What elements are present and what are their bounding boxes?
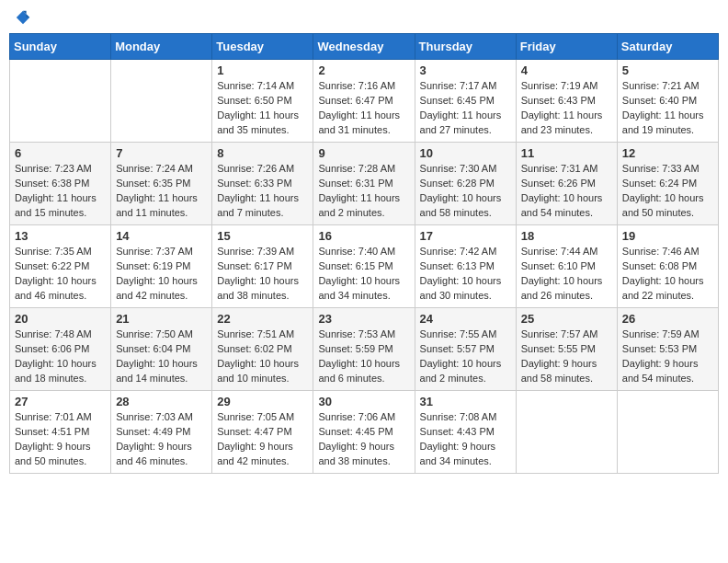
- calendar-cell: 2Sunrise: 7:16 AM Sunset: 6:47 PM Daylig…: [313, 60, 415, 143]
- day-number: 9: [318, 146, 409, 160]
- day-number: 24: [420, 312, 511, 326]
- day-number: 6: [15, 146, 106, 160]
- day-detail: Sunrise: 7:48 AM Sunset: 6:06 PM Dayligh…: [15, 327, 106, 386]
- day-number: 12: [622, 146, 713, 160]
- calendar-cell: 11Sunrise: 7:31 AM Sunset: 6:26 PM Dayli…: [516, 143, 617, 225]
- day-detail: Sunrise: 7:50 AM Sunset: 6:04 PM Dayligh…: [116, 327, 207, 386]
- day-detail: Sunrise: 7:46 AM Sunset: 6:08 PM Dayligh…: [622, 245, 713, 304]
- day-detail: Sunrise: 7:53 AM Sunset: 5:59 PM Dayligh…: [318, 327, 409, 386]
- page-header: [9, 9, 719, 26]
- day-number: 16: [318, 229, 409, 243]
- calendar-cell: 25Sunrise: 7:57 AM Sunset: 5:55 PM Dayli…: [516, 308, 617, 391]
- day-number: 31: [420, 395, 511, 408]
- day-number: 1: [217, 63, 308, 77]
- week-row: 6Sunrise: 7:23 AM Sunset: 6:38 PM Daylig…: [10, 143, 719, 225]
- day-number: 15: [217, 229, 308, 243]
- day-detail: Sunrise: 7:31 AM Sunset: 6:26 PM Dayligh…: [521, 162, 612, 221]
- day-detail: Sunrise: 7:40 AM Sunset: 6:15 PM Dayligh…: [318, 245, 409, 304]
- day-detail: Sunrise: 7:19 AM Sunset: 6:43 PM Dayligh…: [521, 79, 612, 138]
- day-detail: Sunrise: 7:57 AM Sunset: 5:55 PM Dayligh…: [521, 327, 612, 386]
- calendar-cell: 16Sunrise: 7:40 AM Sunset: 6:15 PM Dayli…: [313, 225, 415, 308]
- calendar-cell: 17Sunrise: 7:42 AM Sunset: 6:13 PM Dayli…: [415, 225, 516, 308]
- week-row: 1Sunrise: 7:14 AM Sunset: 6:50 PM Daylig…: [10, 60, 719, 143]
- day-detail: Sunrise: 7:24 AM Sunset: 6:35 PM Dayligh…: [116, 162, 207, 221]
- column-header-saturday: Saturday: [617, 34, 718, 60]
- calendar-cell: 20Sunrise: 7:48 AM Sunset: 6:06 PM Dayli…: [10, 308, 111, 391]
- day-detail: Sunrise: 7:21 AM Sunset: 6:40 PM Dayligh…: [622, 79, 713, 138]
- week-row: 20Sunrise: 7:48 AM Sunset: 6:06 PM Dayli…: [10, 308, 719, 391]
- day-detail: Sunrise: 7:55 AM Sunset: 5:57 PM Dayligh…: [420, 327, 511, 386]
- week-row: 13Sunrise: 7:35 AM Sunset: 6:22 PM Dayli…: [10, 225, 719, 308]
- calendar-table: SundayMondayTuesdayWednesdayThursdayFrid…: [9, 33, 719, 474]
- calendar-cell: 30Sunrise: 7:06 AM Sunset: 4:45 PM Dayli…: [313, 391, 415, 474]
- calendar-cell: [111, 60, 212, 143]
- day-number: 2: [318, 63, 409, 77]
- calendar-cell: [516, 391, 617, 474]
- calendar-cell: 23Sunrise: 7:53 AM Sunset: 5:59 PM Dayli…: [313, 308, 415, 391]
- calendar-cell: 4Sunrise: 7:19 AM Sunset: 6:43 PM Daylig…: [516, 60, 617, 143]
- day-detail: Sunrise: 7:17 AM Sunset: 6:45 PM Dayligh…: [420, 79, 511, 138]
- day-detail: Sunrise: 7:03 AM Sunset: 4:49 PM Dayligh…: [116, 410, 207, 469]
- calendar-cell: 28Sunrise: 7:03 AM Sunset: 4:49 PM Dayli…: [111, 391, 212, 474]
- day-detail: Sunrise: 7:23 AM Sunset: 6:38 PM Dayligh…: [15, 162, 106, 221]
- day-detail: Sunrise: 7:01 AM Sunset: 4:51 PM Dayligh…: [15, 410, 106, 469]
- day-detail: Sunrise: 7:35 AM Sunset: 6:22 PM Dayligh…: [15, 245, 106, 304]
- calendar-cell: 1Sunrise: 7:14 AM Sunset: 6:50 PM Daylig…: [212, 60, 313, 143]
- day-number: 5: [622, 63, 713, 77]
- day-number: 29: [217, 395, 308, 408]
- calendar-cell: 12Sunrise: 7:33 AM Sunset: 6:24 PM Dayli…: [617, 143, 718, 225]
- day-number: 14: [116, 229, 207, 243]
- calendar-cell: 6Sunrise: 7:23 AM Sunset: 6:38 PM Daylig…: [10, 143, 111, 225]
- day-detail: Sunrise: 7:06 AM Sunset: 4:45 PM Dayligh…: [318, 410, 409, 469]
- day-detail: Sunrise: 7:42 AM Sunset: 6:13 PM Dayligh…: [420, 245, 511, 304]
- day-number: 28: [116, 395, 207, 408]
- day-detail: Sunrise: 7:30 AM Sunset: 6:28 PM Dayligh…: [420, 162, 511, 221]
- column-header-thursday: Thursday: [415, 34, 516, 60]
- day-detail: Sunrise: 7:26 AM Sunset: 6:33 PM Dayligh…: [217, 162, 308, 221]
- day-number: 25: [521, 312, 612, 326]
- calendar-cell: 27Sunrise: 7:01 AM Sunset: 4:51 PM Dayli…: [10, 391, 111, 474]
- day-number: 17: [420, 229, 511, 243]
- calendar-cell: 15Sunrise: 7:39 AM Sunset: 6:17 PM Dayli…: [212, 225, 313, 308]
- header-row: SundayMondayTuesdayWednesdayThursdayFrid…: [10, 34, 719, 60]
- calendar-cell: 13Sunrise: 7:35 AM Sunset: 6:22 PM Dayli…: [10, 225, 111, 308]
- calendar-cell: 26Sunrise: 7:59 AM Sunset: 5:53 PM Dayli…: [617, 308, 718, 391]
- column-header-wednesday: Wednesday: [313, 34, 415, 60]
- day-detail: Sunrise: 7:44 AM Sunset: 6:10 PM Dayligh…: [521, 245, 612, 304]
- calendar-cell: 24Sunrise: 7:55 AM Sunset: 5:57 PM Dayli…: [415, 308, 516, 391]
- day-detail: Sunrise: 7:59 AM Sunset: 5:53 PM Dayligh…: [622, 327, 713, 386]
- day-number: 8: [217, 146, 308, 160]
- calendar-cell: 19Sunrise: 7:46 AM Sunset: 6:08 PM Dayli…: [617, 225, 718, 308]
- day-detail: Sunrise: 7:16 AM Sunset: 6:47 PM Dayligh…: [318, 79, 409, 138]
- calendar-cell: 10Sunrise: 7:30 AM Sunset: 6:28 PM Dayli…: [415, 143, 516, 225]
- day-number: 4: [521, 63, 612, 77]
- calendar-cell: 31Sunrise: 7:08 AM Sunset: 4:43 PM Dayli…: [415, 391, 516, 474]
- calendar-cell: 29Sunrise: 7:05 AM Sunset: 4:47 PM Dayli…: [212, 391, 313, 474]
- day-detail: Sunrise: 7:05 AM Sunset: 4:47 PM Dayligh…: [217, 410, 308, 469]
- calendar-cell: 18Sunrise: 7:44 AM Sunset: 6:10 PM Dayli…: [516, 225, 617, 308]
- day-detail: Sunrise: 7:51 AM Sunset: 6:02 PM Dayligh…: [217, 327, 308, 386]
- calendar-cell: [10, 60, 111, 143]
- day-detail: Sunrise: 7:14 AM Sunset: 6:50 PM Dayligh…: [217, 79, 308, 138]
- column-header-monday: Monday: [111, 34, 212, 60]
- day-detail: Sunrise: 7:33 AM Sunset: 6:24 PM Dayligh…: [622, 162, 713, 221]
- day-detail: Sunrise: 7:39 AM Sunset: 6:17 PM Dayligh…: [217, 245, 308, 304]
- day-number: 10: [420, 146, 511, 160]
- calendar-cell: 21Sunrise: 7:50 AM Sunset: 6:04 PM Dayli…: [111, 308, 212, 391]
- day-number: 20: [15, 312, 106, 326]
- calendar-cell: 5Sunrise: 7:21 AM Sunset: 6:40 PM Daylig…: [617, 60, 718, 143]
- calendar-cell: 9Sunrise: 7:28 AM Sunset: 6:31 PM Daylig…: [313, 143, 415, 225]
- column-header-friday: Friday: [516, 34, 617, 60]
- calendar-cell: 7Sunrise: 7:24 AM Sunset: 6:35 PM Daylig…: [111, 143, 212, 225]
- week-row: 27Sunrise: 7:01 AM Sunset: 4:51 PM Dayli…: [10, 391, 719, 474]
- day-number: 13: [15, 229, 106, 243]
- calendar-cell: 8Sunrise: 7:26 AM Sunset: 6:33 PM Daylig…: [212, 143, 313, 225]
- day-detail: Sunrise: 7:37 AM Sunset: 6:19 PM Dayligh…: [116, 245, 207, 304]
- day-number: 30: [318, 395, 409, 408]
- calendar-cell: 14Sunrise: 7:37 AM Sunset: 6:19 PM Dayli…: [111, 225, 212, 308]
- day-detail: Sunrise: 7:28 AM Sunset: 6:31 PM Dayligh…: [318, 162, 409, 221]
- day-number: 23: [318, 312, 409, 326]
- column-header-tuesday: Tuesday: [212, 34, 313, 60]
- calendar-cell: 22Sunrise: 7:51 AM Sunset: 6:02 PM Dayli…: [212, 308, 313, 391]
- day-number: 26: [622, 312, 713, 326]
